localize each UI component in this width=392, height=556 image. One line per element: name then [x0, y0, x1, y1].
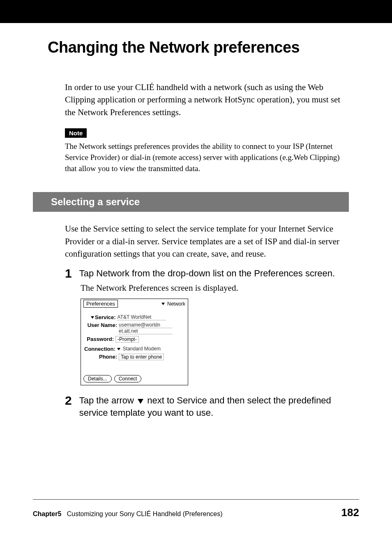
phone-value[interactable]: Tap to enter phone — [119, 354, 164, 360]
details-button[interactable]: Details... — [83, 375, 112, 382]
connection-label: Connection: — [84, 346, 115, 352]
note-text: The Network settings preferences provide… — [65, 141, 351, 174]
username-value-2[interactable]: et.att.net — [119, 328, 172, 334]
connection-value[interactable]: Standard Modem — [123, 346, 161, 352]
step-2-text: Tap the arrow next to Service and then s… — [79, 394, 349, 419]
step-2-row: 2 Tap the arrow next to Service and then… — [65, 394, 349, 419]
step-1-number: 1 — [65, 267, 72, 280]
username-row: User Name: username@worldn et.att.net — [84, 322, 184, 334]
password-value[interactable]: -Prompt- — [115, 336, 139, 343]
note-badge: Note — [65, 128, 87, 138]
service-label: Service: — [95, 314, 116, 320]
palm-title: Preferences — [83, 300, 118, 308]
footer-chapter: Chapter5 — [33, 510, 61, 517]
service-row: Service: AT&T WorldNet — [84, 314, 184, 320]
connection-row: Connection: Standard Modem — [84, 346, 184, 352]
down-arrow-icon — [138, 399, 143, 404]
step-1-text: Tap Network from the drop-down list on t… — [79, 267, 349, 280]
username-label: User Name: — [84, 322, 117, 328]
palm-screen: Preferences Network Service: AT&T WorldN… — [81, 299, 188, 386]
phone-label: Phone: — [99, 354, 117, 360]
phone-row: Phone: Tap to enter phone — [84, 354, 184, 360]
section-header: Selecting a service — [33, 192, 349, 212]
password-label: Password: — [84, 336, 114, 342]
palm-buttons: Details... Connect — [81, 373, 188, 385]
step-1-row: 1 Tap Network from the drop-down list on… — [65, 267, 349, 280]
content-area: Changing the Network preferences In orde… — [0, 39, 392, 419]
step-2-text-before: Tap the arrow — [79, 395, 136, 405]
intro-text: In order to use your CLIÉ handheld with … — [65, 81, 347, 118]
footer: Chapter5 Customizing your Sony CLIÉ Hand… — [33, 499, 359, 519]
palm-header-dropdown[interactable]: Network — [161, 301, 185, 307]
dropdown-arrow-icon — [161, 303, 165, 305]
password-row: Password: -Prompt- — [84, 336, 184, 343]
palm-header-dropdown-label: Network — [167, 301, 185, 307]
palm-screenshot: Preferences Network Service: AT&T WorldN… — [81, 299, 359, 386]
service-value[interactable]: AT&T WorldNet — [118, 314, 166, 320]
footer-left: Chapter5 Customizing your Sony CLIÉ Hand… — [33, 510, 223, 518]
palm-body: Service: AT&T WorldNet User Name: userna… — [81, 308, 188, 365]
step-2-number: 2 — [65, 394, 72, 407]
step-1-subtext: The Network Preferences screen is displa… — [81, 282, 349, 294]
top-bar — [0, 0, 392, 23]
connection-arrow-icon[interactable] — [117, 348, 120, 350]
connect-button[interactable]: Connect — [114, 375, 142, 382]
footer-chapter-desc: Customizing your Sony CLIÉ Handheld (Pre… — [67, 510, 223, 517]
section-intro: Use the Service setting to select the se… — [65, 222, 349, 260]
footer-page-number: 182 — [341, 506, 359, 519]
page-title: Changing the Network preferences — [48, 39, 359, 56]
palm-header: Preferences Network — [81, 299, 188, 309]
service-arrow-icon[interactable] — [91, 316, 94, 319]
username-value-1[interactable]: username@worldn — [119, 322, 172, 328]
